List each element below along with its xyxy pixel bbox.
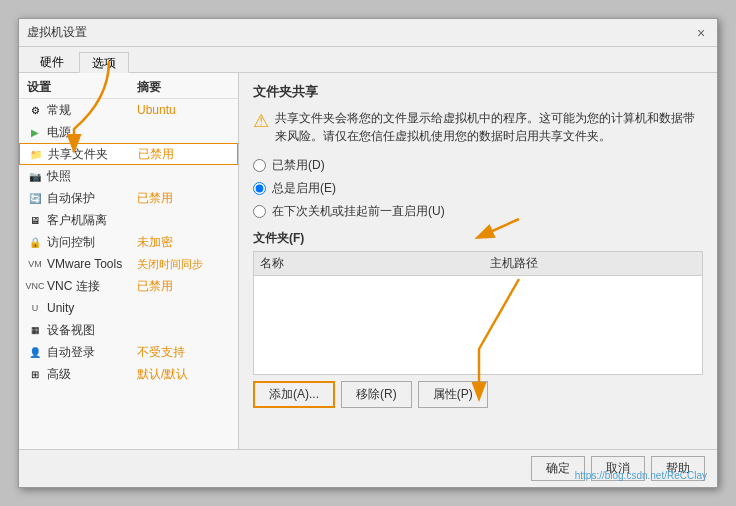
snapshot-icon: 📷 (27, 168, 43, 184)
list-item-device-view[interactable]: ▦ 设备视图 (19, 319, 238, 341)
list-item-vnc[interactable]: VNC VNC 连接 已禁用 (19, 275, 238, 297)
radio-disabled-label: 已禁用(D) (272, 157, 325, 174)
cancel-button[interactable]: 取消 (591, 456, 645, 481)
list-item-unity[interactable]: U Unity (19, 297, 238, 319)
radio-always-label: 总是启用(E) (272, 180, 336, 197)
tab-options[interactable]: 选项 (79, 52, 129, 73)
list-item-advanced[interactable]: ⊞ 高级 默认/默认 (19, 363, 238, 385)
unity-label: Unity (47, 301, 137, 315)
access-control-value: 未加密 (137, 234, 173, 251)
unity-icon: U (27, 300, 43, 316)
device-view-label: 设备视图 (47, 322, 137, 339)
list-item-snapshot[interactable]: 📷 快照 (19, 165, 238, 187)
folder-table-header: 名称 主机路径 (253, 251, 703, 275)
snapshot-label: 快照 (47, 168, 137, 185)
autoprotect-label: 自动保护 (47, 190, 137, 207)
autoprotect-value: 已禁用 (137, 190, 173, 207)
folder-col-path: 主机路径 (490, 255, 538, 272)
folder-section-title: 文件夹(F) (253, 230, 703, 247)
radio-group: 已禁用(D) 总是启用(E) 在下次关机或挂起前一直启用(U) (253, 157, 703, 220)
guest-isolation-label: 客户机隔离 (47, 212, 137, 229)
general-label: 常规 (47, 102, 137, 119)
list-item-guest-isolation[interactable]: 🖥 客户机隔离 (19, 209, 238, 231)
properties-button[interactable]: 属性(P) (418, 381, 488, 408)
device-view-icon: ▦ (27, 322, 43, 338)
warning-box: ⚠ 共享文件夹会将您的文件显示给虚拟机中的程序。这可能为您的计算机和数据带来风险… (253, 109, 703, 145)
help-button[interactable]: 帮助 (651, 456, 705, 481)
right-panel: 文件夹共享 ⚠ 共享文件夹会将您的文件显示给虚拟机中的程序。这可能为您的计算机和… (239, 73, 717, 449)
list-item-autologin[interactable]: 👤 自动登录 不受支持 (19, 341, 238, 363)
radio-disabled-input[interactable] (253, 159, 266, 172)
section-title: 文件夹共享 (253, 83, 703, 101)
radio-always-input[interactable] (253, 182, 266, 195)
folder-table-body (253, 275, 703, 375)
vmware-tools-value: 关闭时间同步 (137, 257, 203, 272)
autoprotect-icon: 🔄 (27, 190, 43, 206)
header-settings: 设置 (27, 79, 137, 96)
vnc-icon: VNC (27, 278, 43, 294)
warning-text: 共享文件夹会将您的文件显示给虚拟机中的程序。这可能为您的计算机和数据带来风险。请… (275, 109, 703, 145)
radio-until-off-input[interactable] (253, 205, 266, 218)
folder-section: 文件夹(F) 名称 主机路径 添加(A)... 移除(R) 属性(P) (253, 230, 703, 408)
warning-icon: ⚠ (253, 110, 269, 132)
list-item-autoprotect[interactable]: 🔄 自动保护 已禁用 (19, 187, 238, 209)
close-button[interactable]: × (693, 25, 709, 41)
access-control-label: 访问控制 (47, 234, 137, 251)
left-panel-header: 设置 摘要 (19, 77, 238, 99)
dialog-title: 虚拟机设置 (27, 24, 87, 41)
access-control-icon: 🔒 (27, 234, 43, 250)
left-panel: 设置 摘要 ⚙ 常规 Ubuntu ▶ 电源 📁 共享文件夹 已禁用 (19, 73, 239, 449)
general-value: Ubuntu (137, 103, 176, 117)
autologin-icon: 👤 (27, 344, 43, 360)
shared-folder-icon: 📁 (28, 146, 44, 162)
list-item-shared-folders[interactable]: 📁 共享文件夹 已禁用 (19, 143, 238, 165)
list-item-vmware-tools[interactable]: VM VMware Tools 关闭时间同步 (19, 253, 238, 275)
folder-col-name: 名称 (260, 255, 410, 272)
advanced-label: 高级 (47, 366, 137, 383)
remove-button[interactable]: 移除(R) (341, 381, 412, 408)
main-content: 设置 摘要 ⚙ 常规 Ubuntu ▶ 电源 📁 共享文件夹 已禁用 (19, 73, 717, 449)
power-icon: ▶ (27, 124, 43, 140)
power-label: 电源 (47, 124, 137, 141)
list-item-power[interactable]: ▶ 电源 (19, 121, 238, 143)
vnc-value: 已禁用 (137, 278, 173, 295)
vnc-label: VNC 连接 (47, 278, 137, 295)
radio-disabled[interactable]: 已禁用(D) (253, 157, 703, 174)
radio-always[interactable]: 总是启用(E) (253, 180, 703, 197)
vmware-tools-label: VMware Tools (47, 257, 137, 271)
general-icon: ⚙ (27, 102, 43, 118)
shared-folders-label: 共享文件夹 (48, 146, 138, 163)
radio-until-off[interactable]: 在下次关机或挂起前一直启用(U) (253, 203, 703, 220)
tab-bar: 硬件 选项 (19, 47, 717, 73)
advanced-value: 默认/默认 (137, 366, 188, 383)
add-button[interactable]: 添加(A)... (253, 381, 335, 408)
list-item-access-control[interactable]: 🔒 访问控制 未加密 (19, 231, 238, 253)
radio-until-off-label: 在下次关机或挂起前一直启用(U) (272, 203, 445, 220)
header-summary: 摘要 (137, 79, 230, 96)
ok-button[interactable]: 确定 (531, 456, 585, 481)
autologin-label: 自动登录 (47, 344, 137, 361)
dialog: 虚拟机设置 × 硬件 选项 设置 摘要 ⚙ 常规 Ubuntu ▶ 电源 (18, 18, 718, 488)
guest-isolation-icon: 🖥 (27, 212, 43, 228)
dialog-footer: 确定 取消 帮助 (19, 449, 717, 487)
tab-hardware[interactable]: 硬件 (27, 51, 77, 72)
folder-buttons: 添加(A)... 移除(R) 属性(P) (253, 381, 703, 408)
title-bar: 虚拟机设置 × (19, 19, 717, 47)
advanced-icon: ⊞ (27, 366, 43, 382)
vmware-tools-icon: VM (27, 256, 43, 272)
shared-folders-value: 已禁用 (138, 146, 174, 163)
autologin-value: 不受支持 (137, 344, 185, 361)
list-item-general[interactable]: ⚙ 常规 Ubuntu (19, 99, 238, 121)
